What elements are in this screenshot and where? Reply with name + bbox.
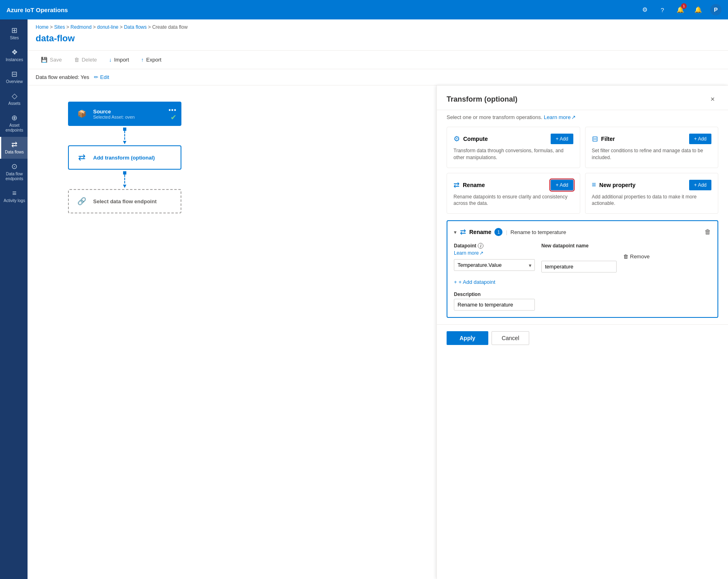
sidebar-item-assets[interactable]: ◇ Assets	[0, 88, 28, 110]
external-link-icon: ↗	[479, 250, 483, 256]
top-nav: Azure IoT Operations ⚙ ? 🔔 1 🔔 P	[0, 0, 728, 19]
page-title-area: data-flow	[28, 32, 728, 50]
assets-icon: ◇	[12, 92, 17, 100]
activity-logs-icon: ≡	[12, 189, 17, 197]
panel-subtitle: Select one or more transform operations.…	[437, 110, 728, 127]
new-property-add-button[interactable]: + Add	[689, 180, 711, 190]
avatar[interactable]: P	[710, 4, 722, 15]
sidebar-item-label: Sites	[10, 36, 19, 40]
delete-button[interactable]: 🗑 Delete	[69, 54, 102, 66]
sidebar-item-label: Asset endpoints	[4, 123, 25, 133]
remove-icon: 🗑	[623, 253, 628, 260]
save-icon: 💾	[41, 57, 47, 63]
datapoint-select-wrapper: Temperature.Value	[454, 259, 535, 271]
cancel-button[interactable]: Cancel	[492, 331, 530, 345]
breadcrumb-redmond[interactable]: Redmond	[70, 24, 92, 30]
source-node[interactable]: 📦 Source Selected Asset: oven ••• ✔	[68, 102, 181, 126]
sidebar-item-label: Data flow endpoints	[4, 172, 25, 181]
datapoint-row: Datapoint i Learn more ↗ Temperature.Val…	[454, 243, 711, 272]
sidebar-item-overview[interactable]: ⊟ Overview	[0, 66, 28, 88]
breadcrumb-sites[interactable]: Sites	[54, 24, 65, 30]
panel-learn-more-link[interactable]: Learn more ↗	[544, 114, 576, 120]
source-node-status-icon: ✔	[170, 113, 177, 122]
help-icon[interactable]: ?	[657, 4, 668, 15]
rename-title: Rename	[463, 182, 485, 188]
compute-card: ⚙ Compute + Add Transform data through c…	[447, 127, 580, 168]
panel-header: Transform (optional) ×	[437, 85, 728, 110]
instances-icon: ❖	[11, 49, 18, 56]
data-flows-icon: ⇄	[11, 141, 17, 148]
transform-node-title: Add transform (optional)	[93, 155, 174, 161]
filter-add-button[interactable]: + Add	[689, 134, 711, 144]
rename-section: ▾ ⇄ Rename 1 | Rename to temperature 🗑 D…	[447, 220, 718, 318]
remove-button[interactable]: 🗑 Remove	[623, 251, 649, 262]
compute-add-button[interactable]: + Add	[551, 134, 573, 144]
datapoint-select[interactable]: Temperature.Value	[454, 259, 535, 271]
rename-add-button[interactable]: + Add	[551, 180, 573, 190]
app-title: Azure IoT Operations	[6, 6, 634, 13]
data-flow-status: Data flow enabled: Yes	[36, 74, 89, 80]
compute-title: Compute	[463, 136, 488, 142]
rename-section-title: Rename	[469, 229, 491, 235]
save-button[interactable]: 💾 Save	[36, 54, 67, 66]
breadcrumb-donut-line[interactable]: donut-line	[97, 24, 119, 30]
breadcrumb-data-flows[interactable]: Data flows	[124, 24, 147, 30]
sidebar-item-label: Overview	[6, 79, 23, 84]
description-section: Description	[454, 292, 711, 311]
new-name-input[interactable]	[541, 261, 617, 272]
datapoint-info-icon: i	[478, 243, 483, 249]
edit-button[interactable]: ✏ Edit	[94, 74, 109, 80]
transform-node[interactable]: ⇄ Add transform (optional)	[68, 145, 181, 170]
add-datapoint-icon: +	[454, 279, 457, 285]
datapoint-label: Datapoint i	[454, 243, 535, 249]
filter-title: Filter	[601, 136, 615, 142]
rename-delete-button[interactable]: 🗑	[705, 228, 711, 236]
toolbar: 💾 Save 🗑 Delete ↓ Import ↑ Export	[28, 50, 728, 69]
rename-desc: Rename datapoints to ensure clarity and …	[453, 194, 573, 207]
main-content: Home > Sites > Redmond > donut-line > Da…	[28, 19, 728, 579]
source-node-title: Source	[93, 109, 174, 115]
filter-icon: ⊟	[592, 134, 598, 143]
compute-desc: Transform data through conversions, form…	[453, 147, 573, 161]
delete-icon: 🗑	[74, 57, 79, 63]
sidebar-item-activity-logs[interactable]: ≡ Activity logs	[0, 185, 28, 207]
sites-icon: ⊞	[11, 27, 17, 34]
new-property-desc: Add additional properties to data to mak…	[592, 194, 712, 207]
apply-button[interactable]: Apply	[447, 331, 488, 345]
transform-node-icon: ⇄	[75, 151, 88, 164]
status-bar: Data flow enabled: Yes ✏ Edit	[28, 69, 728, 85]
sidebar-item-sites[interactable]: ⊞ Sites	[0, 23, 28, 45]
connector-2: ▼	[122, 170, 128, 189]
sidebar-item-label: Instances	[6, 57, 23, 62]
nav-icons: ⚙ ? 🔔 1 🔔 P	[639, 4, 722, 15]
breadcrumb-home[interactable]: Home	[36, 24, 49, 30]
rename-card: ⇄ Rename + Add Rename datapoints to ensu…	[447, 173, 580, 214]
sidebar-item-data-flows[interactable]: ⇄ Data flows	[0, 137, 28, 159]
compute-icon: ⚙	[453, 134, 460, 143]
transform-panel: Transform (optional) × Select one or mor…	[436, 85, 728, 579]
settings-icon[interactable]: ⚙	[639, 4, 650, 15]
app-layout: ⊞ Sites ❖ Instances ⊟ Overview ◇ Assets …	[0, 19, 728, 579]
sidebar: ⊞ Sites ❖ Instances ⊟ Overview ◇ Assets …	[0, 19, 28, 579]
description-input[interactable]	[454, 299, 535, 311]
sidebar-item-label: Data flows	[5, 150, 24, 155]
datapoint-learn-more-link[interactable]: Learn more ↗	[454, 250, 535, 256]
edit-icon: ✏	[94, 74, 98, 80]
sidebar-item-asset-endpoints[interactable]: ⊕ Asset endpoints	[0, 110, 28, 137]
sidebar-item-data-flow-endpoints[interactable]: ⊙ Data flow endpoints	[0, 159, 28, 185]
export-button[interactable]: ↑ Export	[136, 54, 167, 66]
notifications-icon[interactable]: 🔔 1	[675, 4, 686, 15]
endpoint-node-icon: 🔗	[75, 195, 88, 208]
panel-close-button[interactable]: ×	[707, 94, 718, 105]
add-datapoint-button[interactable]: + + Add datapoint	[454, 277, 495, 287]
canvas-area: 📦 Source Selected Asset: oven ••• ✔ ▼	[28, 85, 728, 579]
sidebar-item-label: Assets	[8, 101, 20, 106]
sidebar-item-instances[interactable]: ❖ Instances	[0, 45, 28, 66]
breadcrumb: Home > Sites > Redmond > donut-line > Da…	[28, 19, 728, 32]
rename-section-icon: ⇄	[460, 228, 466, 236]
import-button[interactable]: ↓ Import	[104, 54, 134, 66]
alerts-icon[interactable]: 🔔	[692, 4, 704, 15]
new-property-card: ≡ New property + Add Add additional prop…	[585, 173, 719, 214]
rename-collapse-chevron[interactable]: ▾	[454, 229, 457, 235]
endpoint-node[interactable]: 🔗 Select data flow endpoint	[68, 189, 181, 213]
